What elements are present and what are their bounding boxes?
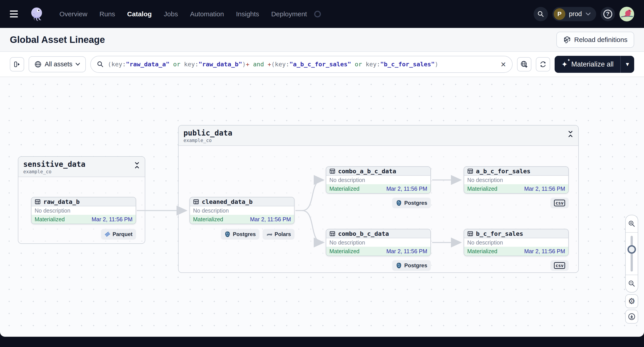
global-search-button[interactable]	[534, 7, 548, 21]
page-title: Global Asset Lineage	[10, 34, 105, 45]
materialize-all-split-button: ✦✦ Materialize all ▼	[554, 56, 634, 73]
badge-row: csv	[464, 260, 569, 271]
asset-description: No description	[326, 238, 430, 247]
help-icon: ?	[603, 9, 612, 18]
reload-definitions-button[interactable]: Reload definitions	[556, 32, 634, 48]
asset-filter-dropdown[interactable]: All assets	[28, 56, 86, 72]
table-icon	[329, 168, 336, 174]
asset-description: No description	[464, 238, 568, 247]
asset-node-cleaned-data-b[interactable]: cleaned_data_b No description Materializ…	[190, 197, 294, 224]
zoom-slider-thumb[interactable]	[628, 245, 636, 254]
asset-lineage-canvas[interactable]: sensitive_data example_co public_data ex…	[0, 77, 644, 337]
materialized-timestamp: Mar 2, 11:56 PM	[386, 248, 427, 255]
primary-nav: Overview Runs Catalog Jobs Automation In…	[60, 10, 307, 18]
badge-row: Postgres	[326, 198, 431, 208]
asset-description: No description	[326, 176, 430, 184]
asset-node-raw-data-b[interactable]: raw_data_b No description Materialized M…	[31, 197, 136, 224]
kind-badge-csv[interactable]: csv	[550, 260, 569, 271]
asset-node-combo-b-c-data[interactable]: combo_b_c_data No description Materializ…	[326, 229, 431, 256]
csv-icon: csv	[554, 262, 565, 269]
asset-filter-label: All assets	[45, 60, 72, 68]
polars-icon	[266, 232, 272, 237]
collapse-group-icon[interactable]	[134, 160, 140, 174]
zoom-in-icon	[628, 220, 635, 227]
zoom-slider[interactable]	[626, 232, 638, 275]
nav-item-deployment[interactable]: Deployment	[271, 10, 307, 18]
graph-settings-button[interactable]: ⚙	[625, 294, 638, 308]
asset-node-a-b-c-for-sales[interactable]: a_b_c_for_sales No description Materiali…	[464, 166, 569, 194]
group-subtitle: example_co	[23, 169, 85, 174]
materialized-status: Materialized	[329, 248, 360, 255]
zoom-out-button[interactable]	[626, 275, 638, 292]
asset-node-b-c-for-sales[interactable]: b_c_for_sales No description Materialize…	[464, 229, 569, 256]
postgres-icon	[396, 200, 402, 206]
chevron-down-icon	[76, 63, 80, 66]
asset-name: combo_b_c_data	[338, 230, 389, 237]
environment-initial-badge: P	[554, 8, 565, 20]
collapse-panel-button[interactable]	[10, 57, 24, 71]
group-header: public_data example_co	[178, 125, 578, 146]
collapse-group-icon[interactable]	[568, 129, 574, 143]
loading-spinner-icon	[314, 11, 321, 17]
panel-expand-icon	[14, 61, 20, 68]
materialize-all-button[interactable]: ✦✦ Materialize all	[554, 56, 620, 73]
badge-row: csv	[464, 198, 569, 208]
asset-description: No description	[32, 206, 136, 215]
settings-gear-icon: ⚙	[628, 297, 635, 305]
kind-badge-parquet[interactable]: Parquet	[101, 229, 136, 240]
materialized-status: Materialized	[467, 186, 498, 192]
environment-switcher[interactable]: P prod	[552, 7, 596, 21]
asset-name: raw_data_b	[43, 198, 80, 205]
materialized-timestamp: Mar 2, 11:56 PM	[250, 216, 291, 223]
table-icon	[35, 199, 41, 205]
table-icon	[467, 168, 473, 174]
materialized-status: Materialized	[35, 216, 65, 223]
clear-search-icon[interactable]: ×	[501, 60, 506, 69]
kind-badge-polars[interactable]: Polars	[262, 229, 294, 240]
user-avatar[interactable]	[620, 7, 634, 21]
group-header: sensitive_data example_co	[18, 157, 145, 177]
nav-item-overview[interactable]: Overview	[60, 10, 87, 18]
nav-item-jobs[interactable]: Jobs	[164, 10, 178, 18]
group-subtitle: example_co	[184, 138, 232, 143]
asset-node-combo-a-b-c-data[interactable]: combo_a_b_c_data No description Material…	[326, 166, 431, 194]
postgres-icon	[396, 262, 402, 269]
view-all-assets-button[interactable]	[517, 57, 532, 71]
zoom-in-button[interactable]	[626, 215, 638, 232]
kind-badge-csv[interactable]: csv	[550, 198, 569, 208]
lineage-toolbar: All assets (key:"raw_data_a" or key:"raw…	[0, 52, 644, 77]
table-icon	[467, 231, 473, 237]
page-header: Global Asset Lineage Reload definitions	[0, 28, 644, 52]
globe-icon	[34, 61, 42, 68]
nav-item-runs[interactable]: Runs	[100, 10, 115, 18]
materialize-options-caret[interactable]: ▼	[620, 56, 634, 73]
reload-cube-icon	[563, 36, 571, 44]
hamburger-menu-icon[interactable]	[10, 9, 20, 19]
dagster-logo-icon[interactable]	[29, 6, 45, 22]
table-icon	[193, 199, 199, 205]
badge-row: Postgres Polars	[190, 229, 294, 240]
materialized-status: Materialized	[329, 186, 360, 192]
kind-badge-postgres[interactable]: Postgres	[221, 229, 260, 240]
kind-badge-postgres[interactable]: Postgres	[392, 198, 431, 208]
kind-badge-postgres[interactable]: Postgres	[392, 260, 431, 271]
download-icon	[628, 313, 636, 321]
reload-definitions-label: Reload definitions	[574, 36, 628, 43]
nav-item-catalog[interactable]: Catalog	[127, 10, 152, 18]
nav-item-insights[interactable]: Insights	[236, 10, 259, 18]
refresh-button[interactable]	[536, 57, 550, 71]
bird-avatar-image	[620, 7, 634, 21]
materialized-timestamp: Mar 2, 11:56 PM	[524, 248, 565, 255]
table-icon	[329, 231, 336, 237]
materialized-timestamp: Mar 2, 11:56 PM	[524, 186, 565, 192]
search-query-text[interactable]: (key:"raw_data_a" or key:"raw_data_b")+ …	[108, 61, 497, 68]
badge-row: Parquet	[31, 229, 136, 240]
download-image-button[interactable]	[625, 310, 638, 324]
globe-add-icon	[520, 60, 528, 68]
materialize-all-label: Materialize all	[571, 60, 614, 68]
asset-description: No description	[464, 176, 568, 184]
chevron-down-icon	[586, 12, 591, 16]
nav-item-automation[interactable]: Automation	[190, 10, 224, 18]
asset-search-input[interactable]: (key:"raw_data_a" or key:"raw_data_b")+ …	[90, 56, 512, 73]
help-button[interactable]: ?	[601, 7, 615, 21]
